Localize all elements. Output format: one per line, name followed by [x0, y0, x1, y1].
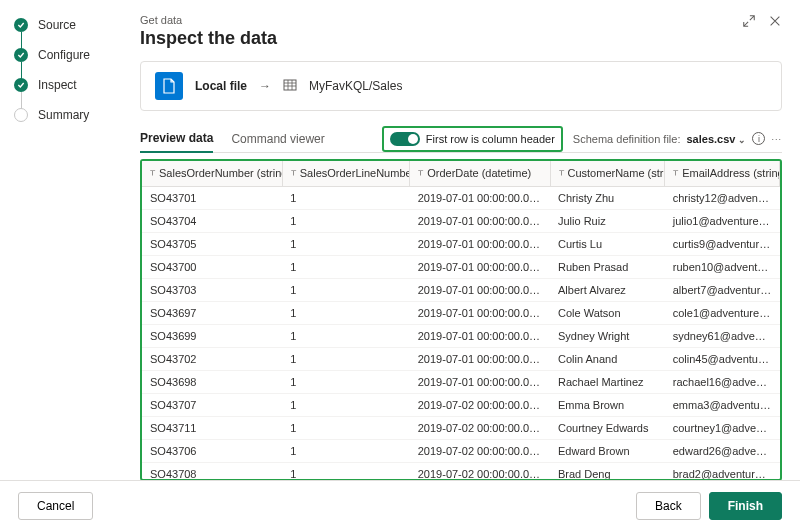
table-row[interactable]: SO4370212019-07-01 00:00:00.0000Colin An… — [142, 348, 780, 371]
table-cell: curtis9@adventure-works.com — [665, 233, 780, 256]
cancel-button[interactable]: Cancel — [18, 492, 93, 520]
table-cell: 1 — [282, 325, 410, 348]
first-row-header-toggle[interactable]: First row is column header — [382, 126, 563, 152]
page-subtitle: Get data — [140, 14, 782, 26]
table-cell: 2019-07-02 00:00:00.0000 — [410, 440, 550, 463]
back-button[interactable]: Back — [636, 492, 701, 520]
table-cell: 1 — [282, 371, 410, 394]
table-cell: Courtney Edwards — [550, 417, 665, 440]
table-row[interactable]: SO4370512019-07-01 00:00:00.0000Curtis L… — [142, 233, 780, 256]
table-cell: SO43699 — [142, 325, 282, 348]
column-header[interactable]: ⸆EmailAddress (string) — [665, 161, 780, 187]
table-cell: SO43705 — [142, 233, 282, 256]
schema-label: Schema definition file: — [573, 133, 681, 145]
info-icon[interactable]: i — [752, 132, 765, 145]
source-label: Local file — [195, 79, 247, 93]
page-title: Inspect the data — [140, 28, 782, 49]
schema-file-dropdown[interactable]: sales.csv ⌄ — [686, 133, 746, 145]
table-cell: 1 — [282, 348, 410, 371]
table-cell: 1 — [282, 279, 410, 302]
step-summary[interactable]: Summary — [14, 108, 110, 122]
table-cell: ruben10@adventure-works.com — [665, 256, 780, 279]
table-row[interactable]: SO4370612019-07-02 00:00:00.0000Edward B… — [142, 440, 780, 463]
table-cell: Albert Alvarez — [550, 279, 665, 302]
more-icon[interactable]: ··· — [771, 132, 782, 145]
table-cell: SO43704 — [142, 210, 282, 233]
table-row[interactable]: SO4370312019-07-01 00:00:00.0000Albert A… — [142, 279, 780, 302]
table-cell: 2019-07-02 00:00:00.0000 — [410, 463, 550, 480]
data-preview-table: ⸆SalesOrderNumber (string)⸆SalesOrderLin… — [140, 159, 782, 481]
table-cell: 2019-07-02 00:00:00.0000 — [410, 417, 550, 440]
datatype-icon: ⸆ — [418, 168, 423, 179]
table-row[interactable]: SO4370712019-07-02 00:00:00.0000Emma Bro… — [142, 394, 780, 417]
table-cell: christy12@adventure-works.com — [665, 187, 780, 210]
chevron-down-icon: ⌄ — [738, 135, 746, 145]
wizard-steps: Source Configure Inspect Summary — [0, 0, 110, 480]
tab-command-viewer[interactable]: Command viewer — [231, 126, 324, 152]
datatype-icon: ⸆ — [559, 168, 564, 179]
table-cell: Colin Anand — [550, 348, 665, 371]
table-cell: SO43702 — [142, 348, 282, 371]
table-cell: 1 — [282, 210, 410, 233]
check-icon — [14, 18, 28, 32]
footer: Cancel Back Finish — [0, 480, 800, 530]
table-cell: 2019-07-01 00:00:00.0000 — [410, 348, 550, 371]
table-cell: cole1@adventure-works.com — [665, 302, 780, 325]
table-row[interactable]: SO4370412019-07-01 00:00:00.0000Julio Ru… — [142, 210, 780, 233]
step-configure[interactable]: Configure — [14, 48, 110, 62]
toggle-on-icon — [390, 132, 420, 146]
table-cell: Julio Ruiz — [550, 210, 665, 233]
table-row[interactable]: SO4370112019-07-01 00:00:00.0000Christy … — [142, 187, 780, 210]
table-row[interactable]: SO4369812019-07-01 00:00:00.0000Rachael … — [142, 371, 780, 394]
table-cell: 2019-07-01 00:00:00.0000 — [410, 371, 550, 394]
column-header[interactable]: ⸆CustomerName (string) — [550, 161, 665, 187]
table-scroll[interactable]: ⸆SalesOrderNumber (string)⸆SalesOrderLin… — [142, 161, 780, 479]
table-cell: 1 — [282, 187, 410, 210]
table-cell: Christy Zhu — [550, 187, 665, 210]
step-source[interactable]: Source — [14, 18, 110, 32]
breadcrumb: Local file → MyFavKQL/Sales — [140, 61, 782, 111]
table-cell: 2019-07-01 00:00:00.0000 — [410, 302, 550, 325]
table-cell: edward26@adventure-works.com — [665, 440, 780, 463]
table-cell: SO43701 — [142, 187, 282, 210]
close-icon[interactable] — [768, 14, 782, 31]
table-row[interactable]: SO4370812019-07-02 00:00:00.0000Brad Den… — [142, 463, 780, 480]
column-header[interactable]: ⸆SalesOrderLineNumber (long) — [282, 161, 410, 187]
table-cell: emma3@adventure-works.com — [665, 394, 780, 417]
table-row[interactable]: SO4369712019-07-01 00:00:00.0000Cole Wat… — [142, 302, 780, 325]
check-icon — [14, 48, 28, 62]
table-cell: Edward Brown — [550, 440, 665, 463]
datatype-icon: ⸆ — [673, 168, 678, 179]
table-cell: Brad Deng — [550, 463, 665, 480]
file-icon — [155, 72, 183, 100]
table-cell: Cole Watson — [550, 302, 665, 325]
table-row[interactable]: SO4370012019-07-01 00:00:00.0000Ruben Pr… — [142, 256, 780, 279]
table-cell: rachael16@adventure-works.com — [665, 371, 780, 394]
table-cell: 1 — [282, 256, 410, 279]
table-cell: SO43698 — [142, 371, 282, 394]
table-row[interactable]: SO4371112019-07-02 00:00:00.0000Courtney… — [142, 417, 780, 440]
finish-button[interactable]: Finish — [709, 492, 782, 520]
expand-icon[interactable] — [742, 14, 756, 31]
table-cell: 1 — [282, 417, 410, 440]
table-cell: 2019-07-01 00:00:00.0000 — [410, 233, 550, 256]
table-cell: courtney1@adventure-works.com — [665, 417, 780, 440]
table-row[interactable]: SO4369912019-07-01 00:00:00.0000Sydney W… — [142, 325, 780, 348]
table-cell: brad2@adventure-works.com — [665, 463, 780, 480]
tab-preview-data[interactable]: Preview data — [140, 125, 213, 153]
table-cell: 2019-07-01 00:00:00.0000 — [410, 256, 550, 279]
table-cell: Ruben Prasad — [550, 256, 665, 279]
datatype-icon: ⸆ — [291, 168, 296, 179]
step-inspect[interactable]: Inspect — [14, 78, 110, 92]
table-cell: Rachael Martinez — [550, 371, 665, 394]
column-header[interactable]: ⸆OrderDate (datetime) — [410, 161, 550, 187]
table-cell: Sydney Wright — [550, 325, 665, 348]
circle-icon — [14, 108, 28, 122]
table-cell: 1 — [282, 463, 410, 480]
datatype-icon: ⸆ — [150, 168, 155, 179]
table-cell: julio1@adventure-works.com — [665, 210, 780, 233]
table-cell: 1 — [282, 302, 410, 325]
table-cell: 2019-07-02 00:00:00.0000 — [410, 394, 550, 417]
table-cell: SO43700 — [142, 256, 282, 279]
column-header[interactable]: ⸆SalesOrderNumber (string) — [142, 161, 282, 187]
